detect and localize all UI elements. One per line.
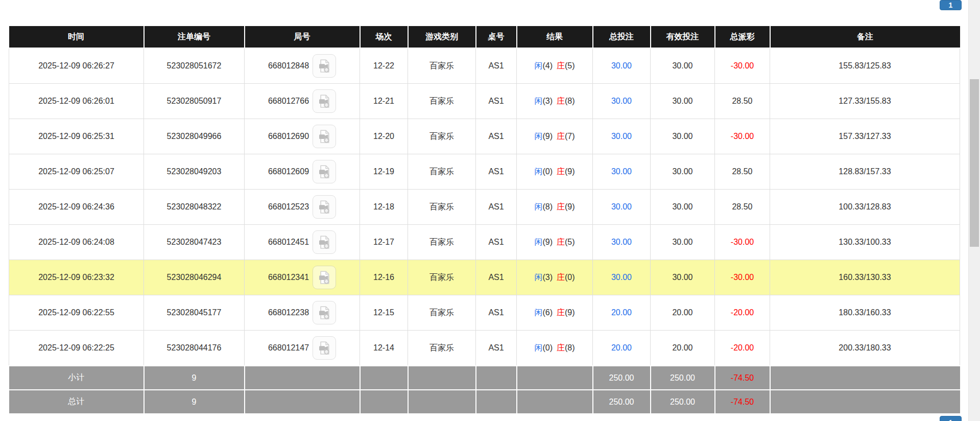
cell-bet-number: 523028049966 bbox=[144, 119, 245, 154]
cell-session: 12-22 bbox=[360, 48, 408, 84]
cell-result: 闲(0)庄(8) bbox=[517, 331, 593, 366]
player-result-score: (6) bbox=[542, 308, 553, 317]
round-number: 668012766 bbox=[268, 97, 309, 106]
total-label: 总计 bbox=[9, 390, 144, 413]
cell-time: 2025-12-09 06:22:55 bbox=[9, 295, 144, 331]
video-replay-button[interactable] bbox=[313, 195, 336, 219]
cell-table-number: AS1 bbox=[476, 48, 517, 84]
cell-table-number: AS1 bbox=[476, 331, 517, 366]
banker-result-label: 庄 bbox=[557, 308, 565, 317]
cell-empty bbox=[245, 366, 360, 390]
video-replay-button[interactable] bbox=[313, 266, 336, 289]
subtotal-label: 小计 bbox=[9, 366, 144, 390]
banker-result-score: (8) bbox=[565, 97, 575, 105]
player-result-label: 闲 bbox=[534, 308, 542, 317]
banker-result-label: 庄 bbox=[557, 343, 565, 352]
video-replay-button[interactable] bbox=[313, 301, 336, 324]
cell-table-number: AS1 bbox=[476, 225, 517, 260]
subtotal-total-bet: 250.00 bbox=[593, 366, 651, 390]
col-game-type: 游戏类别 bbox=[408, 26, 476, 48]
col-remark: 备注 bbox=[770, 26, 960, 48]
subtotal-count: 9 bbox=[144, 366, 245, 390]
cell-game-type: 百家乐 bbox=[408, 225, 476, 260]
cell-round-number: 668012147 bbox=[245, 331, 360, 366]
cell-valid-bet: 30.00 bbox=[651, 84, 715, 119]
cell-bet-number: 523028046294 bbox=[144, 260, 245, 295]
round-number: 668012147 bbox=[268, 343, 309, 353]
video-file-icon bbox=[317, 340, 332, 356]
cell-session: 12-18 bbox=[360, 190, 408, 225]
bet-records-table: 时间 注单编号 局号 场次 游戏类别 桌号 结果 总投注 有效投注 总派彩 备注… bbox=[9, 26, 960, 413]
cell-total-payout: 28.50 bbox=[715, 154, 770, 190]
cell-result: 闲(3)庄(0) bbox=[517, 260, 593, 295]
round-number: 668012523 bbox=[268, 202, 309, 212]
col-time: 时间 bbox=[9, 26, 144, 48]
video-file-icon bbox=[317, 93, 332, 109]
banker-result-score: (0) bbox=[565, 273, 575, 282]
cell-empty bbox=[517, 366, 593, 390]
cell-game-type: 百家乐 bbox=[408, 48, 476, 84]
cell-total-payout: 28.50 bbox=[715, 84, 770, 119]
col-total-bet: 总投注 bbox=[593, 26, 651, 48]
round-number: 668012690 bbox=[268, 132, 309, 141]
cell-game-type: 百家乐 bbox=[408, 260, 476, 295]
banker-result-label: 庄 bbox=[557, 132, 565, 141]
cell-empty bbox=[517, 390, 593, 413]
player-result-label: 闲 bbox=[534, 167, 542, 176]
cell-bet-number: 523028048322 bbox=[144, 190, 245, 225]
video-file-icon bbox=[317, 164, 332, 179]
total-row: 总计 9 250.00 250.00 -74.50 bbox=[9, 390, 960, 413]
cell-total-payout: -30.00 bbox=[715, 260, 770, 295]
total-count: 9 bbox=[144, 390, 245, 413]
pagination-page-1-top[interactable]: 1 bbox=[940, 0, 962, 10]
banker-result-score: (7) bbox=[565, 132, 575, 141]
cell-time: 2025-12-09 06:24:36 bbox=[9, 190, 144, 225]
video-replay-button[interactable] bbox=[313, 230, 336, 254]
cell-result: 闲(9)庄(5) bbox=[517, 225, 593, 260]
banker-result-score: (9) bbox=[565, 202, 575, 211]
round-number: 668012609 bbox=[268, 167, 309, 176]
video-replay-button[interactable] bbox=[313, 336, 336, 360]
cell-empty bbox=[770, 390, 960, 413]
cell-table-number: AS1 bbox=[476, 84, 517, 119]
cell-total-bet: 20.00 bbox=[593, 331, 651, 366]
cell-remark: 155.83/125.83 bbox=[770, 48, 960, 84]
video-file-icon bbox=[317, 305, 332, 320]
cell-time: 2025-12-09 06:26:27 bbox=[9, 48, 144, 84]
cell-time: 2025-12-09 06:23:32 bbox=[9, 260, 144, 295]
table-row: 2025-12-09 06:22:55523028045177668012238… bbox=[9, 295, 960, 331]
video-replay-button[interactable] bbox=[313, 160, 336, 183]
video-file-icon bbox=[317, 270, 332, 285]
cell-session: 12-17 bbox=[360, 225, 408, 260]
col-session: 场次 bbox=[360, 26, 408, 48]
banker-result-label: 庄 bbox=[557, 238, 565, 246]
total-payout: -74.50 bbox=[715, 390, 770, 413]
cell-total-payout: 28.50 bbox=[715, 190, 770, 225]
player-result-label: 闲 bbox=[534, 273, 542, 282]
video-replay-button[interactable] bbox=[313, 125, 336, 148]
table-row: 2025-12-09 06:26:27523028051672668012848… bbox=[9, 48, 960, 84]
cell-total-bet: 30.00 bbox=[593, 119, 651, 154]
total-total-bet: 250.00 bbox=[593, 390, 651, 413]
video-replay-button[interactable] bbox=[313, 54, 336, 78]
col-bet-number: 注单编号 bbox=[144, 26, 245, 48]
table-row: 2025-12-09 06:23:32523028046294668012341… bbox=[9, 260, 960, 295]
cell-empty bbox=[770, 366, 960, 390]
table-row: 2025-12-09 06:25:31523028049966668012690… bbox=[9, 119, 960, 154]
video-replay-button[interactable] bbox=[313, 89, 336, 113]
cell-session: 12-19 bbox=[360, 154, 408, 190]
cell-bet-number: 523028049203 bbox=[144, 154, 245, 190]
cell-result: 闲(8)庄(9) bbox=[517, 190, 593, 225]
video-file-icon bbox=[317, 129, 332, 144]
cell-total-bet: 30.00 bbox=[593, 225, 651, 260]
bet-records-panel: 时间 注单编号 局号 场次 游戏类别 桌号 结果 总投注 有效投注 总派彩 备注… bbox=[9, 26, 960, 413]
cell-total-bet: 30.00 bbox=[593, 84, 651, 119]
cell-valid-bet: 30.00 bbox=[651, 190, 715, 225]
cell-table-number: AS1 bbox=[476, 119, 517, 154]
scrollbar-thumb[interactable] bbox=[970, 79, 979, 247]
scrollbar-track[interactable] bbox=[968, 0, 980, 421]
cell-remark: 200.33/180.33 bbox=[770, 331, 960, 366]
cell-remark: 160.33/130.33 bbox=[770, 260, 960, 295]
cell-table-number: AS1 bbox=[476, 154, 517, 190]
pagination-page-1-bottom[interactable]: 1 bbox=[940, 416, 962, 421]
